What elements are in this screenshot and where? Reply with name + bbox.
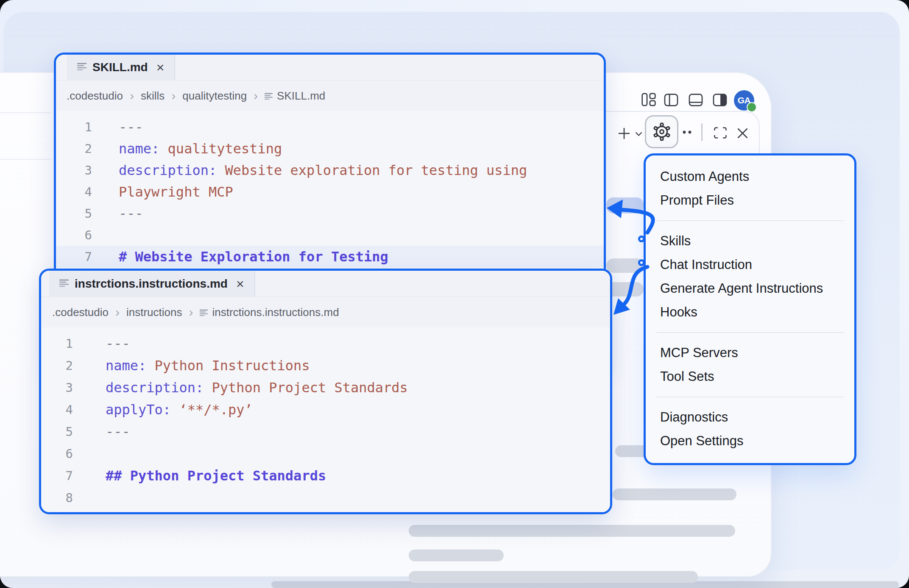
skeleton-bar: [409, 571, 698, 583]
secondary-sidebar-icon[interactable]: [713, 94, 727, 106]
breadcrumb-chevron-icon: ›: [189, 306, 193, 319]
menu-item-hooks[interactable]: Hooks: [646, 300, 854, 324]
menu-divider: [657, 332, 843, 333]
code-line: 2name: qualitytesting: [56, 138, 604, 159]
breadcrumb-segment[interactable]: qualitytesting: [182, 89, 247, 103]
avatar[interactable]: GA: [734, 90, 754, 111]
toolbar-divider: [701, 123, 703, 141]
line-number: 6: [41, 447, 73, 461]
menu-item-open-settings[interactable]: Open Settings: [646, 429, 854, 453]
tab-strip: SKILL.md ×: [56, 55, 604, 80]
screenshot-stage: GA: [0, 0, 909, 588]
code-line: 8: [41, 487, 610, 509]
breadcrumb[interactable]: .codestudio›skills›qualitytesting›SKILL.…: [56, 80, 604, 111]
gear-icon: [652, 122, 672, 141]
menu-item-mcp-servers[interactable]: MCP Servers: [646, 341, 854, 365]
skeleton-bar: [409, 549, 504, 561]
chevron-down-icon[interactable]: [635, 132, 642, 136]
code-line: 6: [41, 443, 610, 465]
line-number: 4: [41, 402, 73, 417]
breadcrumb-segment[interactable]: .codestudio: [67, 89, 123, 103]
markdown-file-icon: [265, 89, 273, 103]
tab-skill-md[interactable]: SKILL.md ×: [67, 55, 175, 80]
tab-close-icon[interactable]: ×: [156, 61, 165, 74]
markdown-file-icon: [59, 279, 69, 288]
code-line: 6: [56, 224, 604, 246]
breadcrumb-chevron-icon: ›: [130, 89, 134, 102]
menu-item-tool-sets[interactable]: Tool Sets: [646, 365, 854, 388]
breadcrumb-segment[interactable]: skills: [141, 89, 165, 103]
line-number: 8: [41, 491, 73, 505]
menu-item-diagnostics[interactable]: Diagnostics: [646, 405, 854, 429]
close-icon[interactable]: [737, 128, 748, 139]
breadcrumb-chevron-icon: ›: [171, 89, 176, 102]
line-number: 5: [56, 206, 92, 221]
code-line: 3description: Python Project Standards: [41, 377, 610, 399]
menu-divider: [657, 397, 843, 397]
breadcrumb-file[interactable]: instrctions.instructions.md: [200, 306, 339, 319]
fullscreen-icon[interactable]: [714, 127, 727, 139]
line-number: 6: [56, 228, 92, 242]
breadcrumb-file-label: SKILL.md: [277, 89, 325, 103]
split-editor-icon[interactable]: [664, 94, 678, 106]
code-line: 7# Website Exploration for Testing: [56, 246, 604, 267]
editor-window-instructions-md: instrctions.instructions.md × .codestudi…: [39, 269, 612, 514]
line-number: 5: [41, 424, 73, 439]
panel-bottom-icon[interactable]: [689, 94, 703, 106]
menu-item-custom-agents[interactable]: Custom Agents: [646, 165, 854, 189]
more-icon[interactable]: [682, 130, 693, 135]
tab-strip: instrctions.instructions.md ×: [41, 271, 610, 297]
menu-item-chat-instruction[interactable]: Chat Instruction: [646, 253, 854, 277]
skeleton-bar: [409, 525, 735, 537]
skeleton-bar: [606, 197, 644, 214]
code-line: 5---: [41, 421, 610, 443]
code-line: 4Playwright MCP: [56, 181, 604, 202]
line-number: 7: [56, 250, 92, 264]
add-icon[interactable]: [617, 127, 631, 140]
backdrop-divider: [0, 112, 51, 113]
skeleton-bar: [606, 258, 644, 273]
breadcrumb-file[interactable]: SKILL.md: [265, 89, 325, 103]
tab-label: SKILL.md: [92, 61, 148, 74]
menu-item-skills[interactable]: Skills: [646, 229, 854, 253]
markdown-file-icon: [200, 306, 208, 319]
customize-layout-icon[interactable]: [641, 93, 656, 106]
markdown-file-icon: [77, 63, 86, 72]
menu-divider: [657, 220, 843, 221]
line-number: 7: [41, 469, 73, 483]
line-number: 3: [41, 380, 73, 395]
line-number: 2: [56, 141, 92, 156]
code-line: 7## Python Project Standards: [41, 465, 610, 487]
code-line: 1---: [41, 333, 610, 355]
line-number: 3: [56, 163, 92, 178]
line-number: 1: [56, 120, 92, 134]
online-status-dot: [747, 102, 757, 112]
tab-instructions-md[interactable]: instrctions.instructions.md ×: [49, 271, 255, 297]
code-line: 3description: Website exploration for te…: [56, 159, 604, 181]
line-number: 1: [41, 336, 73, 351]
code-line: 1---: [56, 116, 604, 138]
tab-label: instrctions.instructions.md: [75, 277, 228, 291]
breadcrumb-chevron-icon: ›: [115, 306, 120, 319]
menu-item-generate-agent-instructions[interactable]: Generate Agent Instructions: [646, 277, 854, 300]
backdrop-divider: [0, 159, 51, 160]
code-line: 4applyTo: ‘**/*.py’: [41, 399, 610, 421]
menu-item-prompt-files[interactable]: Prompt Files: [646, 189, 854, 212]
code-editor-area[interactable]: 1---2name: Python Instructions3descripti…: [41, 327, 610, 512]
settings-button[interactable]: [645, 115, 678, 148]
line-number: 2: [41, 358, 73, 373]
connector-circle: [638, 236, 645, 242]
tab-close-icon[interactable]: ×: [236, 277, 244, 291]
code-line: 5---: [56, 202, 604, 224]
skeleton-bar: [613, 488, 736, 500]
line-number: 4: [56, 185, 92, 199]
connector-circle: [638, 259, 645, 266]
breadcrumb[interactable]: .codestudio›instructions›instrctions.ins…: [41, 297, 610, 327]
breadcrumb-chevron-icon: ›: [254, 89, 258, 102]
settings-dropdown-menu: Custom AgentsPrompt FilesSkillsChat Inst…: [644, 153, 856, 465]
code-line: 2name: Python Instructions: [41, 355, 610, 377]
breadcrumb-segment[interactable]: .codestudio: [52, 306, 109, 319]
breadcrumb-file-label: instrctions.instructions.md: [212, 306, 339, 319]
illustration-canvas: GA: [0, 0, 909, 588]
breadcrumb-segment[interactable]: instructions: [126, 306, 182, 319]
